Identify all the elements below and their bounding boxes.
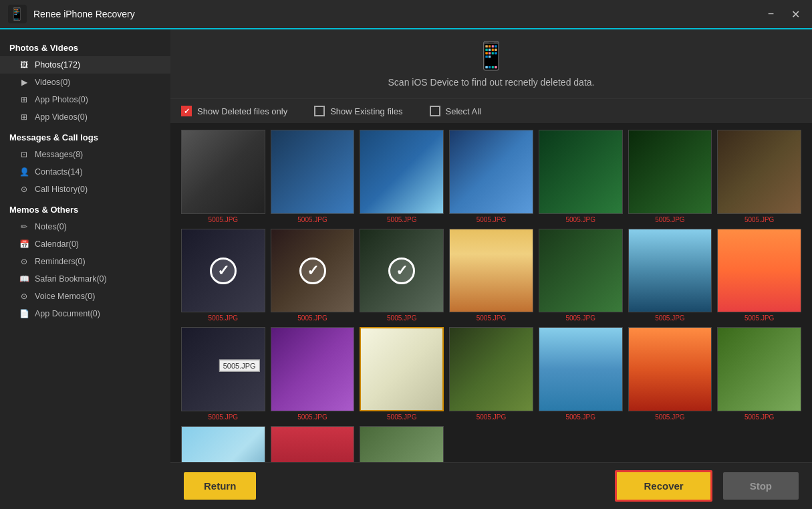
header-subtitle: Scan iOS Device to find out recnetly del… — [388, 77, 595, 88]
return-button[interactable]: Return — [184, 472, 256, 500]
photo-filename: 5005.JPG — [655, 413, 684, 421]
photos-icon: 🖼 — [19, 60, 29, 70]
sidebar-item-reminders[interactable]: ⊙ Reminders(0) — [0, 253, 170, 270]
sidebar-item-safari[interactable]: 📖 Safari Bookmark(0) — [0, 270, 170, 288]
photo-filename: 5005.JPG — [477, 314, 506, 322]
sidebar-item-videos[interactable]: ▶ Videos(0) — [0, 74, 170, 91]
sidebar-item-calendar[interactable]: 📅 Calendar(0) — [0, 235, 170, 253]
list-item[interactable]: 5005.JPG — [717, 130, 801, 223]
reminders-icon: ⊙ — [19, 256, 29, 267]
sidebar-item-contacts[interactable]: 👤 Contacts(14) — [0, 163, 170, 181]
photo-filename: 5005.JPG — [745, 314, 774, 322]
list-item[interactable]: 5005.JPG — [360, 130, 444, 223]
photo-filename: 5005.JPG — [387, 216, 416, 223]
minimize-button[interactable]: − — [764, 7, 778, 22]
sidebar: Photos & Videos 🖼 Photos(172) ▶ Videos(0… — [0, 29, 170, 509]
list-item[interactable]: 5005.JPG — [271, 130, 355, 223]
app-title: Renee iPhone Recovery — [33, 9, 764, 19]
list-item[interactable]: ✓5005.JPG — [360, 229, 444, 322]
svg-text:📱: 📱 — [9, 7, 25, 21]
photo-grid: 5005.JPG5005.JPG5005.JPG5005.JPG5005.JPG… — [181, 130, 801, 462]
show-deleted-group: Show Deleted files only — [181, 106, 287, 116]
calendar-icon: 📅 — [19, 239, 29, 249]
photo-filename: 5005.JPG — [209, 413, 238, 421]
sidebar-section-memos: Memos & Others — [0, 198, 170, 218]
window-controls: − ✕ — [764, 7, 804, 22]
list-item[interactable]: ✓5005.JPG — [181, 229, 265, 322]
photo-filename: 5005.JPG — [387, 314, 416, 322]
list-item[interactable]: 5005.JPG — [539, 327, 623, 421]
list-item[interactable]: 5005.JPG — [271, 327, 355, 421]
app-logo: 📱 — [8, 5, 27, 23]
list-item[interactable]: 5005.JPG5005.JPG — [181, 327, 265, 421]
show-existing-label: Show Existing files — [330, 106, 402, 116]
list-item[interactable]: 5005.JPG — [181, 426, 265, 462]
stop-button[interactable]: Stop — [723, 472, 799, 500]
sidebar-item-messages[interactable]: ⊡ Messages(8) — [0, 146, 170, 163]
notes-icon: ✏ — [19, 221, 29, 232]
list-item[interactable]: 5005.JPG — [271, 426, 355, 462]
list-item[interactable]: ✓5005.JPG — [271, 229, 355, 322]
close-button[interactable]: ✕ — [787, 7, 804, 22]
photo-filename: 5005.JPG — [477, 216, 506, 223]
sidebar-item-videos-label: Videos(0) — [35, 78, 70, 87]
photo-grid-area: 5005.JPG5005.JPG5005.JPG5005.JPG5005.JPG… — [170, 123, 812, 462]
photo-filename: 5005.JPG — [209, 216, 238, 223]
recover-button[interactable]: Recover — [615, 470, 712, 502]
photo-filename: 5005.JPG — [745, 413, 774, 421]
list-item[interactable]: 5005.JPG — [449, 327, 533, 421]
select-all-checkbox[interactable] — [430, 106, 440, 116]
sidebar-section-photos-videos: Photos & Videos — [0, 36, 170, 56]
list-item[interactable]: 5005.JPG — [628, 327, 712, 421]
photo-filename: 5005.JPG — [745, 216, 774, 223]
show-existing-checkbox[interactable] — [314, 106, 325, 116]
sidebar-item-app-photos[interactable]: ⊞ App Photos(0) — [0, 91, 170, 108]
sidebar-item-notes-label: Notes(0) — [35, 222, 67, 231]
photo-filename: 5005.JPG — [565, 314, 595, 322]
main-layout: Photos & Videos 🖼 Photos(172) ▶ Videos(0… — [0, 29, 812, 509]
safari-icon: 📖 — [19, 274, 29, 284]
list-item[interactable]: 5005.JPG — [717, 229, 801, 322]
photo-filename: 5005.JPG — [565, 216, 595, 223]
sidebar-item-app-document[interactable]: 📄 App Document(0) — [0, 305, 170, 322]
videos-icon: ▶ — [19, 77, 29, 88]
list-item[interactable]: 5005.JPG — [181, 130, 265, 223]
list-item[interactable]: 5005.JPG — [628, 130, 712, 223]
list-item[interactable]: 5005.JPG — [360, 327, 444, 421]
toolbar: Show Deleted files only Show Existing fi… — [170, 98, 812, 123]
list-item[interactable]: 5005.JPG — [628, 229, 712, 322]
show-deleted-label: Show Deleted files only — [197, 106, 287, 116]
sidebar-item-safari-label: Safari Bookmark(0) — [35, 274, 107, 284]
photo-filename: 5005.JPG — [297, 413, 327, 421]
list-item[interactable]: 5005.JPG — [539, 130, 623, 223]
list-item[interactable]: 5005.JPG — [717, 327, 801, 421]
photo-filename: 5005.JPG — [655, 216, 684, 223]
photo-tooltip: 5005.JPG — [219, 360, 260, 372]
sidebar-item-photos[interactable]: 🖼 Photos(172) — [0, 56, 170, 74]
list-item[interactable]: 5005.JPG — [449, 229, 533, 322]
title-bar: 📱 Renee iPhone Recovery − ✕ — [0, 0, 812, 29]
list-item[interactable]: 5005.JPG — [360, 426, 444, 462]
show-deleted-checkbox[interactable] — [181, 106, 192, 116]
content-area: 📱 Scan iOS Device to find out recnetly d… — [170, 29, 812, 509]
show-existing-group: Show Existing files — [314, 106, 402, 116]
photo-filename: 5005.JPG — [655, 314, 684, 322]
bottom-bar: Return Recover Stop — [170, 462, 812, 509]
app-videos-icon: ⊞ — [19, 112, 29, 122]
sidebar-item-voice-memos[interactable]: ⊙ Voice Memos(0) — [0, 288, 170, 305]
list-item[interactable]: 5005.JPG — [449, 130, 533, 223]
call-history-icon: ⊙ — [19, 184, 29, 195]
sidebar-item-voice-memos-label: Voice Memos(0) — [35, 292, 95, 301]
sidebar-item-app-videos-label: App Videos(0) — [35, 112, 88, 122]
sidebar-item-app-document-label: App Document(0) — [35, 309, 100, 318]
messages-icon: ⊡ — [19, 149, 29, 160]
photo-filename: 5005.JPG — [209, 314, 238, 322]
sidebar-item-app-videos[interactable]: ⊞ App Videos(0) — [0, 108, 170, 126]
sidebar-item-call-history[interactable]: ⊙ Call History(0) — [0, 181, 170, 198]
sidebar-item-notes[interactable]: ✏ Notes(0) — [0, 218, 170, 235]
phone-icon: 📱 — [475, 40, 508, 72]
sidebar-section-messages: Messages & Call logs — [0, 126, 170, 146]
sidebar-item-messages-label: Messages(8) — [35, 150, 83, 159]
photo-filename: 5005.JPG — [297, 216, 327, 223]
list-item[interactable]: 5005.JPG — [539, 229, 623, 322]
